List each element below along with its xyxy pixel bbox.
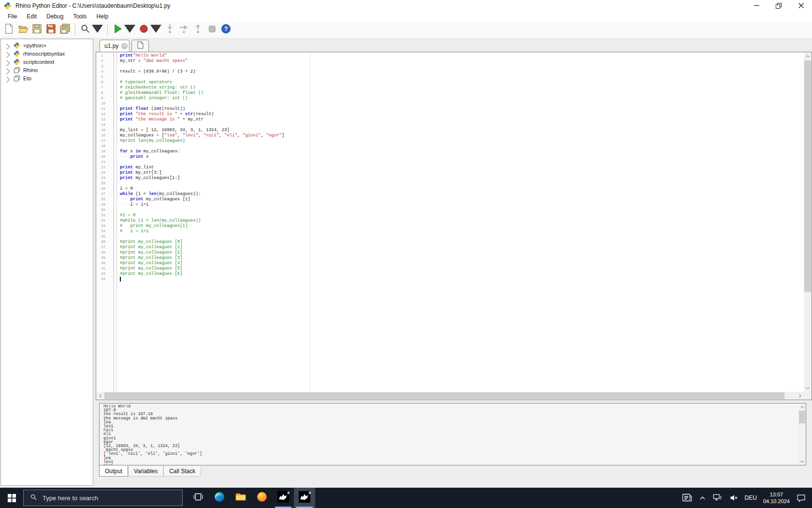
expand-chevron-icon[interactable] [6,60,11,64]
menu-edit[interactable]: Edit [22,12,42,21]
tab-variables[interactable]: Variables [128,466,163,477]
scroll-down-arrow[interactable] [798,458,806,465]
tab-output[interactable]: Output [99,465,128,477]
code-text: #while (i < len(my_colleagues)) [117,218,804,224]
search-dropdown-icon[interactable] [92,23,103,36]
scrollbar-thumb[interactable] [799,411,805,423]
line-number: 14 [96,122,114,128]
output-line: Hello World [103,404,798,408]
expand-chevron-icon[interactable] [6,76,11,81]
break-dropdown-icon[interactable] [150,23,161,36]
line-number: 6 [96,80,114,85]
language-indicator[interactable]: DEU [745,494,757,501]
code-line: 13print "the message is " + my_str [96,117,804,122]
sidebar-item-rhinoscriptsyntax[interactable]: rhinoscriptsyntax [1,49,93,58]
clock[interactable]: 13:07 04.10.2024 [763,491,790,505]
close-button[interactable] [790,0,812,11]
new-document-tab[interactable] [131,40,149,52]
menu-debug[interactable]: Debug [42,12,68,21]
tab-call-stack[interactable]: Call Stack [163,466,201,477]
search-box[interactable]: Type here to search [23,490,183,506]
menu-file[interactable]: File [3,12,22,21]
search-button[interactable] [78,23,104,37]
taskbar-app-rhino[interactable]: 8 [273,488,294,508]
fold-cell [114,186,117,192]
menu-help[interactable]: Help [91,12,113,21]
sidebar-item-python[interactable]: <python> [1,41,93,49]
fold-cell [114,266,117,271]
code-line: 24print my_colleagues[1:] [96,176,804,181]
tab-u1py[interactable]: u1.py ✕ [100,40,130,52]
scroll-right-arrow[interactable] [796,392,804,400]
toolbar-separator [107,24,108,36]
line-number: 36 [96,239,114,245]
tab-close-icon[interactable]: ✕ [121,43,128,49]
scroll-down-arrow[interactable] [804,384,812,392]
taskbar-app-rhino[interactable]: 8 [294,488,315,508]
scrollbar-thumb[interactable] [804,60,811,292]
code-line: 28····print my_colleagues [i] [96,197,804,202]
output-scrollbar[interactable] [798,403,806,465]
save-file-button[interactable] [30,23,44,37]
scrollbar-thumb[interactable] [104,392,784,399]
code-editor[interactable]: 1print"Hello World"2my_str = "dm2 macht … [96,52,812,400]
fold-cell [114,106,117,112]
restore-button[interactable] [768,0,790,11]
line-number: 31 [96,213,114,218]
code-text: my_list = [ 12, 18993, 34, 3, 1, 1324, 2… [117,128,804,133]
taskbar-app-firefox[interactable] [251,488,273,508]
stop-debug-button[interactable] [205,23,219,37]
editor-horizontal-scrollbar[interactable] [96,392,804,400]
run-script-dropdown-icon[interactable] [124,23,135,36]
taskbar-app-task-view[interactable] [188,488,209,508]
code-line: 26i = 0 [96,186,804,192]
volume-muted-icon[interactable] [729,493,739,502]
line-number: 11 [96,106,114,112]
break-button[interactable] [137,23,163,37]
step-out-button[interactable] [191,23,205,37]
notifications-icon[interactable] [796,493,806,503]
expand-chevron-icon[interactable] [6,68,11,73]
step-into-button[interactable] [163,23,177,37]
module-icon [14,67,20,74]
code-line: 11print float (int(result)) [96,106,804,112]
open-file-button[interactable] [16,23,30,37]
new-file-button[interactable] [2,23,16,37]
start-button[interactable] [0,488,23,508]
fold-cell [114,181,117,186]
code-line: 40#print my_colleagues [4] [96,261,804,266]
chevron-up-icon[interactable] [699,496,706,500]
scroll-up-arrow[interactable] [798,403,806,410]
taskbar-app-edge[interactable] [209,488,230,508]
scroll-up-arrow[interactable] [804,52,812,60]
editor-vertical-scrollbar[interactable] [804,52,812,392]
sidebar-item-scriptcontext[interactable]: scriptcontext [1,58,93,66]
widgets-icon[interactable] [682,493,693,503]
help-button[interactable]: ? [219,23,233,37]
scroll-left-arrow[interactable] [96,392,104,400]
sidebar-item-Rhino[interactable]: Rhino [1,66,93,74]
fold-cell [114,202,117,208]
expand-chevron-icon[interactable] [6,51,11,56]
network-icon[interactable] [712,493,723,503]
code-line: 18 [96,144,804,149]
minimize-button[interactable] [745,0,768,11]
toolbar-separator [75,24,75,36]
step-over-button[interactable] [177,23,191,37]
window-title: Rhino Python Editor - C:\Users\staudenba… [15,2,170,9]
menu-tools[interactable]: Tools [68,12,91,21]
taskbar-app-file-explorer[interactable] [230,488,251,508]
save-all-button[interactable] [58,23,72,37]
expand-chevron-icon[interactable] [6,43,11,48]
run-script-button[interactable] [111,23,137,37]
code-line: 23print my_str[3:] [96,170,804,176]
fold-cell [114,170,117,176]
sidebar-item-Eto[interactable]: Eto [1,74,93,82]
output-panel[interactable]: Hello World187.0the result is 187.18the … [99,403,806,465]
save-file-as-button[interactable] [44,23,58,37]
python-icon [14,59,20,65]
code-line: 3 [96,64,804,69]
code-text: #print my_colleagues [5] [117,266,804,271]
fold-cell [114,85,117,90]
fold-cell [114,250,117,255]
